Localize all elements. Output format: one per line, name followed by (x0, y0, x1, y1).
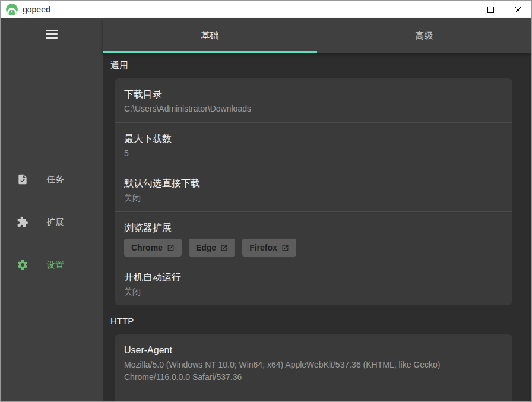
button-label: Edge (196, 243, 216, 252)
main-panel: 基础高级 通用下载目录C:\Users\Administrator\Downlo… (103, 18, 531, 401)
setting-title: 浏览器扩展 (124, 221, 503, 235)
sidebar-item-label: 任务 (46, 174, 64, 185)
titlebar: gopeed (1, 1, 531, 18)
tab-basic[interactable]: 基础 (103, 18, 317, 53)
setting-item[interactable]: User-AgentMozilla/5.0 (Windows NT 10.0; … (115, 334, 512, 391)
sidebar-item-settings[interactable]: 设置 (1, 243, 103, 286)
minimize-button[interactable] (449, 1, 477, 18)
app-title: gopeed (23, 5, 50, 14)
setting-title: User-Agent (124, 343, 503, 357)
setting-item[interactable]: 下载目录C:\Users\Administrator\Downloads (115, 78, 512, 122)
setting-item[interactable]: 默认勾选直接下载关闭 (115, 167, 512, 211)
open-in-new-icon (281, 244, 289, 252)
open-in-new-icon (220, 244, 228, 252)
browser-extension-buttons: ChromeEdgeFirefox (124, 239, 503, 257)
setting-value: 关闭 (124, 286, 503, 298)
settings-content: 通用下载目录C:\Users\Administrator\Downloads最大… (103, 53, 531, 401)
sidebar: 任务扩展设置 (1, 18, 103, 401)
edge-extension-button[interactable]: Edge (189, 239, 235, 257)
settings-card: 下载目录C:\Users\Administrator\Downloads最大下载… (115, 78, 512, 305)
setting-item[interactable]: 最大下载数5 (115, 123, 512, 167)
chrome-extension-button[interactable]: Chrome (124, 239, 182, 257)
button-label: Chrome (131, 243, 163, 252)
sidebar-item-label: 扩展 (46, 217, 64, 228)
window-controls (449, 1, 531, 18)
setting-item[interactable]: 浏览器扩展ChromeEdgeFirefox (115, 212, 512, 261)
setting-value: 关闭 (124, 192, 503, 204)
sidebar-item-tasks[interactable]: 任务 (1, 158, 103, 201)
menu-icon[interactable] (40, 26, 64, 42)
open-in-new-icon (167, 244, 175, 252)
active-tab-underline (103, 51, 317, 53)
setting-title: 默认勾选直接下载 (124, 176, 503, 190)
sidebar-item-label: 设置 (46, 259, 64, 271)
setting-title: 下载目录 (124, 87, 503, 101)
close-button[interactable] (504, 1, 531, 18)
tab-advanced[interactable]: 高级 (317, 18, 531, 53)
settings-icon (17, 259, 28, 271)
app-body: 任务扩展设置 基础高级 通用下载目录C:\Users\Administrator… (1, 18, 531, 401)
section-header: HTTP (110, 305, 512, 334)
settings-card: User-AgentMozilla/5.0 (Windows NT 10.0; … (115, 334, 512, 401)
setting-value: Mozilla/5.0 (Windows NT 10.0; Win64; x64… (124, 359, 503, 384)
button-label: Firefox (249, 243, 277, 252)
sidebar-item-extensions[interactable]: 扩展 (1, 201, 103, 243)
minimize-icon (460, 7, 467, 13)
gopeed-logo-icon (6, 4, 18, 15)
app-window: gopeed 任务扩展设置 基础高级 通用下载目录C:\Users\Admini… (0, 0, 532, 402)
maximize-button[interactable] (477, 1, 504, 18)
tab-bar: 基础高级 (103, 18, 531, 53)
setting-value: 5 (124, 147, 503, 160)
task-icon (17, 173, 28, 185)
firefox-extension-button[interactable]: Firefox (242, 239, 296, 257)
setting-title: 开机自动运行 (124, 270, 503, 284)
setting-item[interactable]: 开机自动运行关闭 (115, 261, 512, 305)
clipped-next-item (115, 391, 512, 401)
setting-value: C:\Users\Administrator\Downloads (124, 103, 503, 115)
section-header: 通用 (110, 53, 512, 78)
extension-icon (17, 216, 28, 228)
close-icon (515, 7, 521, 13)
sidebar-nav: 任务扩展设置 (1, 158, 103, 286)
setting-title: 最大下载数 (124, 132, 503, 145)
maximize-icon (487, 7, 494, 13)
